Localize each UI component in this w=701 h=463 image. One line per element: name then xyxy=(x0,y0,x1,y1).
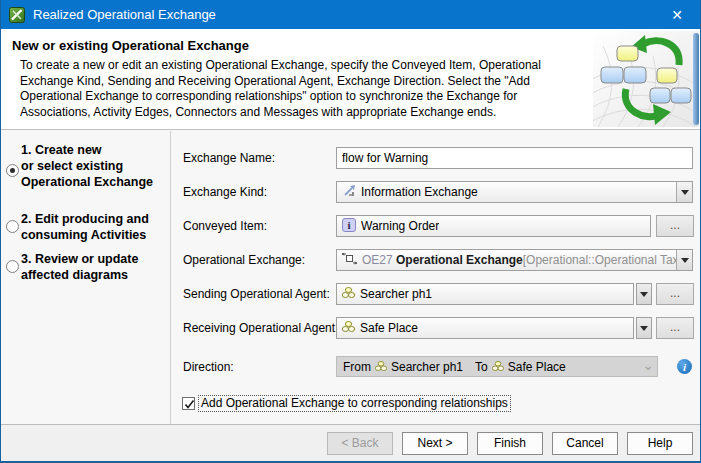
info-icon[interactable]: i xyxy=(677,359,692,374)
close-icon: ✕ xyxy=(671,7,683,23)
add-relationships-label[interactable]: Add Operational Exchange to correspondin… xyxy=(198,395,511,412)
dropdown-arrow-icon xyxy=(681,190,689,195)
exchange-kind-dropdown-button[interactable] xyxy=(676,182,692,202)
operational-agent-icon xyxy=(342,287,355,301)
add-relationships-checkbox[interactable] xyxy=(182,397,195,410)
window-title: Realized Operational Exchange xyxy=(33,7,216,22)
step-2-label[interactable]: 2. Edit producing and consuming Activiti… xyxy=(21,211,171,243)
dropdown-arrow-icon xyxy=(640,292,648,297)
sending-agent-combobox[interactable]: Searcher ph1 xyxy=(336,283,634,305)
conveyed-item-label: Conveyed Item: xyxy=(183,219,267,233)
sending-agent-value: Searcher ph1 xyxy=(360,287,432,301)
sending-agent-dropdown-button[interactable] xyxy=(636,283,652,305)
direction-to-value: Safe Place xyxy=(508,360,566,374)
operational-agent-icon xyxy=(492,360,504,374)
receiving-agent-label: Receiving Operational Agent: xyxy=(183,321,338,335)
sending-agent-label: Sending Operational Agent: xyxy=(183,287,330,301)
direction-combobox-disabled: From Searcher ph1 To Safe Place ⌄ xyxy=(336,356,658,377)
dropdown-arrow-icon xyxy=(640,326,648,331)
conveyed-item-field[interactable]: i Warning Order xyxy=(336,215,651,237)
conveyed-item-value: Warning Order xyxy=(361,219,439,233)
page-title: New or existing Operational Exchange xyxy=(12,38,249,53)
next-button[interactable]: Next > xyxy=(402,432,468,455)
sending-agent-browse-button[interactable]: ... xyxy=(656,283,694,305)
operational-exchange-value: OE27 Operational Exchange[Operational::O… xyxy=(362,253,687,267)
exchange-name-label: Exchange Name: xyxy=(183,151,275,165)
operational-exchange-id: OE27 xyxy=(362,253,393,267)
checkmark-icon xyxy=(183,398,196,411)
help-button[interactable]: Help xyxy=(627,432,693,455)
operational-agent-icon xyxy=(342,321,355,335)
operational-exchange-illustration-icon xyxy=(593,31,699,127)
direction-from-value: Searcher ph1 xyxy=(391,360,463,374)
operational-exchange-label: Operational Exchange: xyxy=(183,253,305,267)
wizard-header: New or existing Operational Exchange To … xyxy=(1,29,700,130)
page-description: To create a new or edit an existing Oper… xyxy=(20,58,586,120)
title-bar: Realized Operational Exchange ✕ xyxy=(1,0,700,29)
operational-exchange-icon xyxy=(342,253,357,268)
direction-label: Direction: xyxy=(183,360,234,374)
operational-exchange-combobox[interactable]: OE27 Operational Exchange[Operational::O… xyxy=(336,249,693,271)
step-radio-1[interactable] xyxy=(6,164,19,177)
button-bar: < Back Next > Finish Cancel Help xyxy=(1,425,700,461)
exchange-name-input[interactable] xyxy=(336,147,693,169)
exchange-kind-label: Exchange Kind: xyxy=(183,185,267,199)
close-button[interactable]: ✕ xyxy=(654,0,700,29)
step-radio-2[interactable] xyxy=(6,220,19,233)
app-icon xyxy=(9,7,25,23)
receiving-agent-dropdown-button[interactable] xyxy=(636,317,652,339)
operational-exchange-dropdown-button[interactable] xyxy=(676,250,692,270)
chevron-down-icon: ⌄ xyxy=(642,357,654,373)
exchange-kind-combobox[interactable]: Information Exchange xyxy=(336,181,693,203)
back-button: < Back xyxy=(327,432,393,455)
operational-exchange-path: [Operational::Operational Tax... xyxy=(523,253,687,267)
finish-button[interactable]: Finish xyxy=(477,432,543,455)
conveyed-item-icon: i xyxy=(342,218,356,235)
step-radio-3[interactable] xyxy=(6,260,19,273)
step-3-label[interactable]: 3. Review or update affected diagrams xyxy=(21,251,171,283)
receiving-agent-value: Safe Place xyxy=(360,321,418,335)
dropdown-arrow-icon xyxy=(681,258,689,263)
receiving-agent-combobox[interactable]: Safe Place xyxy=(336,317,634,339)
direction-to-word: To xyxy=(475,360,488,374)
exchange-kind-value: Information Exchange xyxy=(361,185,478,199)
direction-from-word: From xyxy=(343,360,371,374)
dialog-window: Realized Operational Exchange ✕ New or e… xyxy=(0,0,701,463)
svg-text:i: i xyxy=(347,219,350,231)
receiving-agent-browse-button[interactable]: ... xyxy=(656,317,694,339)
cancel-button[interactable]: Cancel xyxy=(552,432,618,455)
conveyed-item-browse-button[interactable]: ... xyxy=(656,215,694,237)
step-1-label[interactable]: 1. Create new or select existing Operati… xyxy=(21,142,171,190)
information-exchange-icon xyxy=(342,184,356,201)
operational-agent-icon xyxy=(375,360,387,374)
